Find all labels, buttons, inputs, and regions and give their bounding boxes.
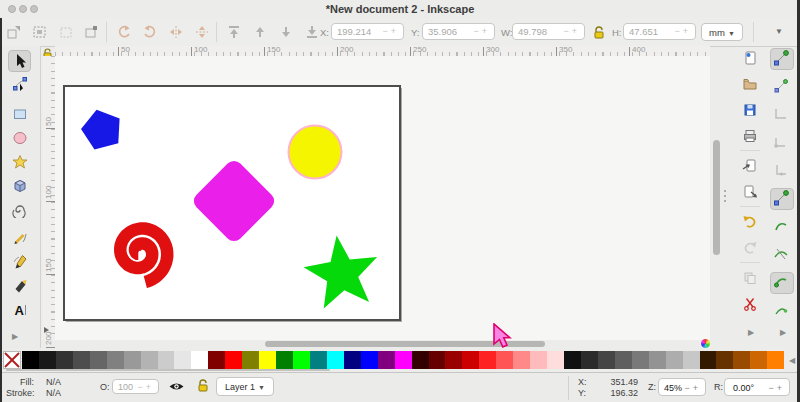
snap-overflow-arrow[interactable]: ▶ <box>780 328 786 337</box>
palette-swatch-44[interactable] <box>767 351 784 369</box>
panel-grip[interactable] <box>724 195 726 197</box>
palette-swatch-20[interactable] <box>361 351 378 369</box>
layer-selector[interactable]: Layer 1▼ <box>216 377 274 396</box>
yellow-circle[interactable] <box>289 126 342 179</box>
palette-swatch-9[interactable] <box>174 351 191 369</box>
toolbox-overflow-arrow[interactable]: ▶ <box>12 332 18 341</box>
lower-to-bottom-icon[interactable] <box>304 24 320 40</box>
deselect-icon[interactable] <box>58 24 74 40</box>
palette-swatch-12[interactable] <box>225 351 242 369</box>
flip-horizontal-icon[interactable] <box>168 24 184 40</box>
palette-swatch-23[interactable] <box>412 351 429 369</box>
palette-swatch-39[interactable] <box>683 351 700 369</box>
rotate-ccw-step-icon[interactable]: − <box>768 383 776 393</box>
export-icon[interactable] <box>742 184 760 202</box>
palette-swatch-43[interactable] <box>750 351 767 369</box>
cut-icon[interactable] <box>742 296 760 314</box>
tool-3d-box[interactable] <box>8 176 31 198</box>
h-field[interactable]: 47.651 −+ <box>623 23 696 40</box>
tool-ellipse[interactable] <box>8 128 31 150</box>
palette-swatch-33[interactable] <box>581 351 598 369</box>
palette-swatch-34[interactable] <box>598 351 615 369</box>
snap-nodes-icon[interactable] <box>773 190 791 208</box>
palette-swatch-36[interactable] <box>632 351 649 369</box>
lock-ratio-icon[interactable] <box>592 25 608 41</box>
increment-icon[interactable]: + <box>391 26 399 36</box>
x-field[interactable]: 199.214 −+ <box>331 23 404 40</box>
palette-swatch-30[interactable] <box>530 351 547 369</box>
snap-bbox-midpoint-icon[interactable] <box>773 162 791 180</box>
panel-grip[interactable] <box>724 200 726 202</box>
new-document-icon[interactable] <box>742 50 760 68</box>
palette-swatch-7[interactable] <box>141 351 158 369</box>
snap-cusp-node-icon[interactable] <box>773 274 791 292</box>
palette-swatch-14[interactable] <box>259 351 276 369</box>
palette-swatch-15[interactable] <box>276 351 293 369</box>
tool-pen[interactable] <box>8 252 31 274</box>
tool-selector[interactable] <box>8 50 31 72</box>
palette-swatch-18[interactable] <box>327 351 344 369</box>
flip-vertical-icon[interactable] <box>194 24 210 40</box>
palette-swatch-37[interactable] <box>649 351 666 369</box>
palette-scrollbar[interactable] <box>6 369 330 371</box>
import-icon[interactable] <box>742 158 760 176</box>
vertical-scrollbar[interactable] <box>713 140 720 255</box>
copy-icon[interactable] <box>742 270 760 288</box>
palette-swatch-2[interactable] <box>56 351 73 369</box>
tool-pencil[interactable] <box>8 228 31 250</box>
decrement-icon[interactable]: − <box>382 26 390 36</box>
rotate-ccw-icon[interactable] <box>116 24 132 40</box>
tool-rectangle[interactable] <box>8 104 31 126</box>
snap-bbox-edge-icon[interactable] <box>773 106 791 124</box>
save-document-icon[interactable] <box>742 102 760 120</box>
stroke-value[interactable]: N/A <box>46 388 61 398</box>
toolbar-overflow-chevron[interactable]: ▼ <box>775 27 783 36</box>
snap-smooth-node-icon[interactable] <box>773 302 791 320</box>
raise-to-top-icon[interactable] <box>226 24 242 40</box>
open-document-icon[interactable] <box>742 76 760 94</box>
panel-grip[interactable] <box>724 190 726 192</box>
decrement-icon[interactable]: − <box>563 26 571 36</box>
layer-visibility-eye-icon[interactable] <box>168 378 185 397</box>
snap-bbox-corner-icon[interactable] <box>773 134 791 152</box>
increment-icon[interactable]: + <box>683 26 691 36</box>
undo-icon[interactable] <box>742 214 760 232</box>
horizontal-scrollbar[interactable] <box>265 341 545 347</box>
snap-enable-icon[interactable] <box>773 50 791 68</box>
palette-swatch-3[interactable] <box>73 351 90 369</box>
palette-no-color-swatch[interactable] <box>3 351 21 369</box>
tool-spiral[interactable] <box>8 200 31 222</box>
bounding-box-icon[interactable] <box>84 24 100 40</box>
zoom-out-icon[interactable]: − <box>684 383 692 393</box>
palette-scroll-left-arrow[interactable]: ◀ <box>789 356 795 365</box>
palette-swatch-1[interactable] <box>39 351 56 369</box>
zoom-in-icon[interactable]: + <box>693 383 701 393</box>
print-icon[interactable] <box>742 128 760 146</box>
tool-calligraphy[interactable] <box>8 276 31 298</box>
palette-swatch-22[interactable] <box>395 351 412 369</box>
redo-icon[interactable] <box>742 240 760 258</box>
palette-swatch-31[interactable] <box>547 351 564 369</box>
increment-icon[interactable]: + <box>482 26 490 36</box>
tool-node-editor[interactable] <box>8 74 31 96</box>
palette-swatch-5[interactable] <box>107 351 124 369</box>
palette-swatch-42[interactable] <box>733 351 750 369</box>
layer-lock-icon[interactable] <box>196 378 210 395</box>
decrement-icon[interactable]: − <box>137 382 145 392</box>
palette-swatch-0[interactable] <box>22 351 39 369</box>
commands-overflow-arrow[interactable]: ▶ <box>748 328 754 337</box>
palette-swatch-13[interactable] <box>242 351 259 369</box>
palette-swatch-35[interactable] <box>615 351 632 369</box>
zoom-field[interactable]: 45% −+ <box>658 378 706 396</box>
palette-swatch-11[interactable] <box>208 351 225 369</box>
canvas[interactable] <box>55 56 710 340</box>
unit-selector[interactable]: mm▼ <box>701 23 743 41</box>
opacity-field[interactable]: 100 −+ <box>112 379 159 394</box>
select-all-layers-icon[interactable] <box>32 24 48 40</box>
palette-swatch-38[interactable] <box>666 351 683 369</box>
palette-swatch-17[interactable] <box>310 351 327 369</box>
palette-swatch-4[interactable] <box>90 351 107 369</box>
palette-swatch-27[interactable] <box>479 351 496 369</box>
palette-swatch-10[interactable] <box>191 351 208 369</box>
palette-swatch-40[interactable] <box>700 351 717 369</box>
